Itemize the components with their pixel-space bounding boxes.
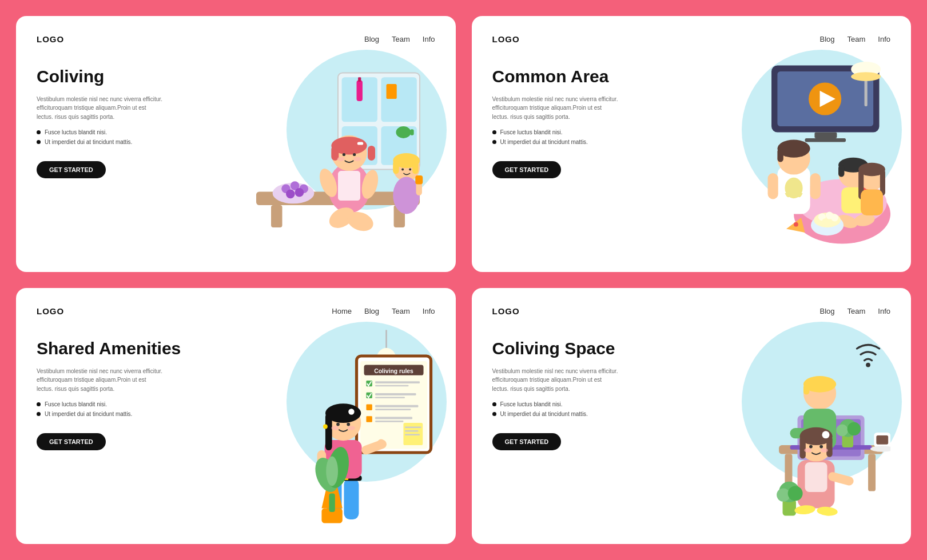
card2-bullets: Fusce luctus blandit nisi. Ut imperdiet … <box>492 129 667 149</box>
svg-rect-63 <box>838 165 844 177</box>
svg-point-28 <box>337 157 345 161</box>
card2-nav: LOGO Blog Team Info <box>492 34 891 44</box>
svg-point-17 <box>286 190 295 199</box>
card1-desc: Vestibulum molestie nisl nec nunc viverr… <box>37 95 162 122</box>
card4-logo: LOGO <box>492 306 520 316</box>
svg-rect-143 <box>803 384 809 394</box>
svg-rect-24 <box>368 146 375 161</box>
svg-rect-25 <box>357 142 363 145</box>
card1-cta-button[interactable]: GET STARTED <box>37 161 106 178</box>
card4-nav-team[interactable]: Team <box>848 307 866 315</box>
card3-bullet-1: Fusce luctus blandit nisi. <box>37 401 212 407</box>
card3-svg: Coliving rules <box>212 327 435 526</box>
svg-rect-139 <box>876 435 888 445</box>
card1-logo: LOGO <box>37 34 64 44</box>
card3-title: Shared Amenities <box>37 339 212 359</box>
svg-rect-2 <box>381 77 417 122</box>
svg-rect-105 <box>344 479 359 520</box>
svg-point-18 <box>295 188 304 197</box>
card1-nav: LOGO Blog Team Info <box>37 34 435 44</box>
card4-cta-button[interactable]: GET STARTED <box>492 433 562 450</box>
svg-rect-92 <box>375 393 416 395</box>
card3-nav-info[interactable]: Info <box>423 307 435 315</box>
svg-text:Coliving rules: Coliving rules <box>375 368 414 374</box>
svg-rect-126 <box>329 494 335 513</box>
svg-point-112 <box>349 409 355 414</box>
card2-desc: Vestibulum molestie nisl nec nunc viverr… <box>492 95 618 122</box>
card4-bullet-2: Ut imperdiet dui at tincidunt mattis. <box>492 411 667 417</box>
card-shared-amenities: LOGO Home Blog Team Info Shared Amenitie… <box>16 288 456 544</box>
svg-rect-60 <box>810 173 821 199</box>
card3-nav: LOGO Home Blog Team Info <box>37 306 435 316</box>
svg-rect-90 <box>375 385 409 387</box>
svg-point-77 <box>831 214 838 222</box>
svg-rect-94 <box>367 404 372 410</box>
svg-point-113 <box>337 423 340 426</box>
svg-point-152 <box>822 431 829 438</box>
card1-nav-blog[interactable]: Blog <box>364 35 379 43</box>
card1-bullets: Fusce luctus blandit nisi. Ut imperdiet … <box>37 129 212 149</box>
svg-rect-111 <box>325 413 332 450</box>
svg-rect-99 <box>375 421 403 422</box>
card4-nav: LOGO Blog Team Info <box>492 306 891 316</box>
card4-nav-blog[interactable]: Blog <box>819 307 834 315</box>
card2-nav-blog[interactable]: Blog <box>819 35 834 43</box>
svg-rect-89 <box>375 381 420 383</box>
svg-rect-103 <box>405 434 420 436</box>
svg-point-114 <box>347 423 351 426</box>
card1-bullet-1: Fusce luctus blandit nisi. <box>37 129 212 135</box>
svg-rect-151 <box>826 436 832 457</box>
svg-rect-93 <box>375 397 405 398</box>
svg-point-155 <box>804 448 811 453</box>
card4-title: Coliving Space <box>492 339 667 359</box>
card4-svg <box>667 327 890 526</box>
svg-rect-98 <box>375 417 412 419</box>
svg-rect-7 <box>387 84 397 99</box>
card3-logo: LOGO <box>37 306 64 316</box>
card4-illustration <box>667 327 890 526</box>
svg-point-153 <box>809 445 813 449</box>
svg-rect-42 <box>416 175 423 185</box>
svg-rect-147 <box>805 462 827 492</box>
svg-point-39 <box>409 169 412 171</box>
svg-rect-102 <box>405 430 418 432</box>
card3-nav-home[interactable]: Home <box>332 307 352 315</box>
card2-cta-button[interactable]: GET STARTED <box>492 161 562 178</box>
svg-rect-130 <box>868 454 876 491</box>
svg-rect-47 <box>814 132 837 138</box>
card1-nav-team[interactable]: Team <box>392 35 410 43</box>
svg-point-120 <box>377 439 385 447</box>
card3-nav-team[interactable]: Team <box>392 307 410 315</box>
card-coliving-space: LOGO Blog Team Info Coliving Space Vesti… <box>472 288 912 544</box>
card3-text: Shared Amenities Vestibulum molestie nis… <box>37 327 212 526</box>
card4-text: Coliving Space Vestibulum molestie nisl … <box>492 327 667 526</box>
svg-point-125 <box>327 457 339 486</box>
card3-nav-blog[interactable]: Blog <box>364 307 379 315</box>
card2-illustration <box>667 55 890 254</box>
svg-rect-97 <box>367 416 372 422</box>
svg-point-117 <box>323 425 328 429</box>
card3-bullets: Fusce luctus blandit nisi. Ut imperdiet … <box>37 401 212 421</box>
card2-text: Common Area Vestibulum molestie nisl nec… <box>492 55 667 254</box>
card3-cta-button[interactable]: GET STARTED <box>37 433 106 450</box>
card1-content: Coliving Vestibulum molestie nisl nec nu… <box>37 55 435 254</box>
card4-nav-info[interactable]: Info <box>878 307 890 315</box>
card4-desc: Vestibulum molestie nisl nec nunc viverr… <box>492 367 618 394</box>
card2-nav-team[interactable]: Team <box>848 35 866 43</box>
card1-nav-info[interactable]: Info <box>423 35 435 43</box>
svg-point-136 <box>836 425 848 437</box>
svg-rect-59 <box>767 173 778 199</box>
card3-content: Shared Amenities Vestibulum molestie nis… <box>37 327 435 526</box>
card1-text: Coliving Vestibulum molestie nisl nec nu… <box>37 55 212 254</box>
card4-content: Coliving Space Vestibulum molestie nisl … <box>492 327 891 526</box>
svg-rect-58 <box>777 149 783 162</box>
card2-nav-info[interactable]: Info <box>878 35 890 43</box>
svg-point-38 <box>402 169 404 171</box>
svg-point-137 <box>848 422 861 435</box>
card3-illustration: Coliving rules <box>212 327 435 526</box>
svg-rect-20 <box>338 171 360 201</box>
svg-rect-72 <box>861 190 883 216</box>
card1-title: Coliving <box>37 67 212 87</box>
card4-navlinks: Blog Team Info <box>819 307 890 315</box>
svg-point-80 <box>794 222 798 227</box>
